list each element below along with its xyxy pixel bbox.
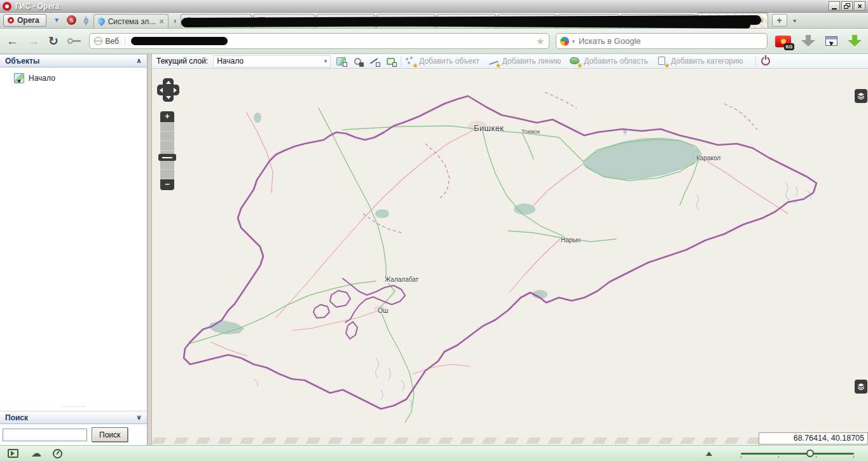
pan-right-icon[interactable] <box>174 88 177 93</box>
page-zoom-slider[interactable] <box>741 453 854 455</box>
layer-label: Текущий слой: <box>156 57 208 65</box>
add-line-label: Добавить линию <box>502 57 561 65</box>
window-controls: × <box>827 1 865 11</box>
page-content: Объекты ∧ Начало ·········· Поиск ∨ Поис… <box>0 54 868 445</box>
objects-panel-title: Объекты <box>5 57 39 65</box>
panel-toggle-icon[interactable] <box>8 449 18 458</box>
tab-bar: Opera ▼ S ϕ Система эл... × › × ГИС × + … <box>0 13 868 29</box>
lake-issyk-kul <box>583 138 700 179</box>
restore-button[interactable] <box>841 1 853 11</box>
add-category-button[interactable]: ★ Добавить категорию <box>657 57 743 66</box>
url-field[interactable]: Веб ★ <box>89 33 550 49</box>
zoom-out-button[interactable]: − <box>160 179 174 190</box>
tab-list-button[interactable]: ▾ <box>789 14 801 27</box>
zoom-track[interactable] <box>160 122 174 179</box>
zoom-tool-button[interactable] <box>351 55 364 67</box>
layers-icon <box>857 92 865 100</box>
tab-favicon <box>96 17 106 27</box>
map-pan-control[interactable] <box>157 78 179 102</box>
minimize-icon <box>832 8 837 10</box>
pan-down-icon[interactable] <box>166 96 171 99</box>
close-icon: × <box>857 3 862 10</box>
map-canvas[interactable] <box>152 69 867 445</box>
power-button[interactable] <box>761 57 770 65</box>
urban-areas <box>374 121 487 312</box>
pinned-panel-icon-1[interactable]: ▼ <box>51 14 63 26</box>
tab-overflow-button[interactable]: › <box>171 14 179 28</box>
map-viewport[interactable]: Бишкек Токмок Каракол Нарын Жалалабат Ош… <box>152 69 868 445</box>
tab-close-icon[interactable]: × <box>156 17 164 26</box>
panels-toggle-icon[interactable] <box>825 36 838 46</box>
sidebar: Объекты ∧ Начало ·········· Поиск ∨ Поис… <box>0 54 148 445</box>
city-label-naryn: Нарын <box>561 237 581 244</box>
city-label-jalalabat: Жалалабат <box>385 276 418 283</box>
tab-label: Система эл... <box>108 17 156 26</box>
layer-select[interactable]: Начало ▾ <box>213 55 331 67</box>
country-border <box>184 96 816 409</box>
search-input[interactable] <box>579 36 738 46</box>
layers-icon <box>857 383 865 390</box>
area-tool-button[interactable] <box>384 55 397 67</box>
turbo-gauge-icon[interactable] <box>53 449 62 458</box>
forward-button[interactable]: → <box>27 35 39 47</box>
search-panel-header[interactable]: Поиск ∨ <box>0 411 147 424</box>
pan-left-icon[interactable] <box>160 88 163 93</box>
add-line-button[interactable]: ★ Добавить линию <box>488 57 561 66</box>
add-area-icon: ★ <box>570 57 581 66</box>
add-line-icon: ★ <box>488 57 499 66</box>
layer-switcher-button-bottom[interactable] <box>855 380 867 394</box>
opera-icon <box>8 17 14 24</box>
objects-panel-header[interactable]: Объекты ∧ <box>0 54 147 67</box>
add-object-button[interactable]: ★ Добавить объект <box>405 57 479 66</box>
web-badge[interactable]: Веб <box>106 37 125 46</box>
search-engine-caret-icon[interactable]: ▾ <box>572 38 575 45</box>
reload-button[interactable]: ↻ <box>48 35 59 47</box>
panel-splitter-handle[interactable]: ·········· <box>0 405 147 411</box>
sidebar-splitter[interactable] <box>148 54 152 445</box>
layer-switcher-button-top[interactable] <box>855 89 867 103</box>
map-zoom-control: + − <box>160 111 174 190</box>
opera-menu-button[interactable]: Opera <box>3 14 46 27</box>
opera-menu-label: Opera <box>17 16 39 25</box>
wand-key-icon[interactable] <box>67 38 81 45</box>
address-bar: ← → ↻ Веб ★ ▾ KG <box>0 29 868 54</box>
city-label-tokmok: Токмок <box>521 128 540 135</box>
sidebar-search-input[interactable] <box>3 429 87 441</box>
city-label-bishkek: Бишкек <box>474 123 504 133</box>
add-object-label: Добавить объект <box>419 57 479 65</box>
unite-cloud-icon[interactable]: ☁ <box>31 448 41 458</box>
page-zoom-handle[interactable] <box>806 450 814 457</box>
close-button[interactable]: × <box>854 1 865 11</box>
gis-toolbar: Текущий слой: Начало ▾ ★ Добавить объект… <box>152 54 868 69</box>
add-area-label: Добавить область <box>584 57 648 65</box>
zoom-in-button[interactable]: + <box>160 111 174 122</box>
google-icon <box>560 37 569 46</box>
tab-system[interactable]: Система эл... × <box>93 14 169 28</box>
tree-item-nachalo[interactable]: Начало <box>0 72 147 85</box>
lakes <box>209 113 700 334</box>
bookmark-star-icon[interactable]: ★ <box>536 36 544 47</box>
back-button[interactable]: ← <box>6 35 18 47</box>
sidebar-search-button[interactable]: Поиск <box>92 427 128 442</box>
line-tool-button[interactable] <box>368 55 380 67</box>
downloads-button[interactable] <box>848 35 862 48</box>
redaction-mark <box>131 37 228 45</box>
pinned-panel-icon-3[interactable]: ϕ <box>80 14 92 26</box>
minimize-button[interactable] <box>829 1 840 11</box>
pan-up-icon[interactable] <box>166 81 171 84</box>
map-preview-button[interactable] <box>334 55 347 67</box>
pinned-panel-icon-2[interactable]: S <box>65 14 78 26</box>
search-panel-title: Поиск <box>5 413 28 422</box>
add-area-button[interactable]: ★ Добавить область <box>570 57 648 66</box>
window-title: ГИС - Opera <box>15 2 59 11</box>
google-search-field[interactable]: ▾ <box>556 33 767 49</box>
zoom-menu-arrow-icon[interactable] <box>706 448 712 456</box>
country-flag-button[interactable]: KG <box>775 36 792 47</box>
new-tab-button[interactable]: + <box>772 14 787 27</box>
collapse-down-icon[interactable]: ∨ <box>136 413 142 422</box>
restore-icon <box>844 3 850 9</box>
download-arrow-icon[interactable] <box>801 35 815 48</box>
zoom-slider-handle[interactable] <box>158 154 176 161</box>
globe-icon <box>94 37 102 45</box>
collapse-up-icon[interactable]: ∧ <box>136 57 142 65</box>
